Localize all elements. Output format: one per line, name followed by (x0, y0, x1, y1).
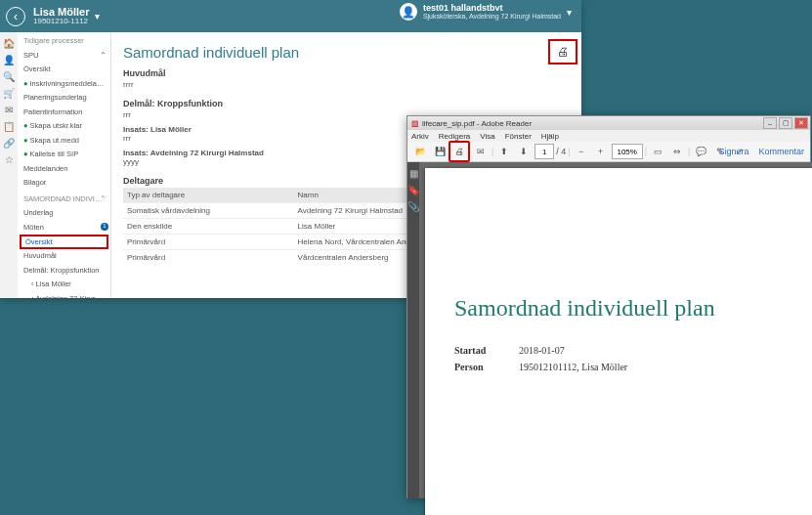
open-icon[interactable]: 📂 (411, 143, 429, 160)
sidebar-item[interactable]: ●Skapa utskr.klar (18, 119, 110, 134)
doc-title: Samordnad individuell plan (454, 295, 808, 322)
pdf-titlebar[interactable]: ▧ lifecare_sip.pdf - Adobe Reader – ▢ ✕ (407, 116, 810, 130)
attachments-icon[interactable]: 📎 (407, 201, 419, 212)
sidebar-item[interactable]: Bilagor (18, 176, 110, 191)
close-button[interactable]: ✕ (794, 117, 808, 129)
sidebar-processes[interactable]: Tidigare processer (18, 32, 110, 49)
home-icon[interactable]: 🏠 (3, 38, 15, 49)
page-down-icon[interactable]: ⬇ (515, 143, 533, 160)
topbar: ‹ Lisa Möller 19501210-1112 ▾ 👤 test01 h… (0, 0, 581, 32)
thumbnails-icon[interactable]: ▦ (409, 168, 418, 179)
page-title: Samordnad individuell plan (123, 44, 570, 61)
sidebar-item-selected[interactable]: Översikt (20, 235, 108, 249)
section-delmal: Delmål: Kroppsfunktion (123, 99, 570, 108)
th-type: Typ av deltagare (123, 188, 294, 203)
pdf-title: lifecare_sip.pdf - Adobe Reader (422, 119, 532, 128)
page-input[interactable] (534, 144, 554, 159)
sidebar-item[interactable]: ●Kallelse till SIP (18, 148, 110, 162)
doc-val-startad: 2018-01-07 (519, 345, 565, 356)
user-dropdown-icon[interactable]: ▾ (567, 7, 572, 18)
signera-link[interactable]: Signera (718, 147, 748, 156)
save-icon[interactable]: 💾 (431, 143, 449, 160)
sidebar-item[interactable]: Planeringsunderlag (18, 91, 110, 106)
sidebar-item[interactable]: Underlag (18, 206, 110, 221)
icon-rail: 🏠 👤 🔍 🛒 ✉ 📋 🔗 ☆ (0, 32, 18, 298)
pdf-app-icon: ▧ (411, 119, 419, 128)
fit-page-icon[interactable]: ▭ (649, 143, 666, 160)
back-button[interactable]: ‹ (6, 7, 25, 26)
page-total: / 4 (556, 147, 566, 156)
pdf-page: Samordnad individuell plan Startad2018-0… (425, 168, 812, 515)
zoom-out-icon[interactable]: − (573, 143, 590, 160)
kommentar-link[interactable]: Kommentar (758, 147, 804, 156)
section-huvudmal: Huvudmål (123, 68, 570, 78)
paste-icon[interactable]: 📋 (3, 121, 15, 132)
sidebar-item[interactable]: ●Inskrivningsmeddelande (18, 77, 110, 92)
sidebar-spu[interactable]: SPU⌃ (18, 49, 110, 64)
comment-icon[interactable]: 💬 (692, 143, 709, 160)
check-icon: ● (23, 121, 28, 130)
menu-hjalp[interactable]: Hjälp (541, 132, 559, 141)
print-button[interactable]: 🖨 (548, 39, 577, 64)
menu-arkiv[interactable]: Arkiv (411, 132, 429, 141)
mail-icon[interactable]: ✉ (5, 105, 13, 115)
doc-key-person: Person (454, 362, 519, 372)
patient-id: 19501210-1112 (33, 18, 89, 25)
pdf-reader-window: ▧ lifecare_sip.pdf - Adobe Reader – ▢ ✕ … (406, 115, 811, 498)
maximize-button[interactable]: ▢ (779, 117, 792, 129)
zoom-input[interactable] (612, 144, 643, 159)
patient-dropdown-icon[interactable]: ▾ (95, 11, 100, 21)
pdf-sidebar: ▦ 🔖 📎 (407, 162, 419, 498)
page-up-icon[interactable]: ⬆ (495, 143, 513, 160)
print-icon[interactable]: 🖨 (449, 141, 470, 162)
link-icon[interactable]: 🔗 (3, 138, 15, 149)
doc-val-person: 195012101112, Lisa Möller (519, 362, 627, 372)
sidebar-item[interactable]: Översikt (18, 63, 110, 77)
user-role: Sjuksköterska, Avdelning 72 Kirurgi Halm… (423, 13, 561, 20)
menu-fonster[interactable]: Fönster (505, 132, 532, 141)
fit-width-icon[interactable]: ⇔ (668, 143, 686, 160)
huvudmal-value: rrrr (123, 80, 570, 89)
sidebar-subitem[interactable]: ‹ Lisa Möller (18, 278, 110, 292)
sidebar-item[interactable]: ●Skapa ut.medd (18, 134, 110, 149)
avatar[interactable]: 👤 (400, 3, 417, 21)
user-name: test01 hallandstbvt (423, 4, 561, 13)
print-icon: 🖨 (557, 45, 569, 59)
menu-visa[interactable]: Visa (480, 132, 494, 141)
chevron-up-icon: ⌃ (100, 51, 107, 62)
sidebar-item[interactable]: Huvudmål (18, 249, 110, 264)
sidebar-item[interactable]: Delmål: Kroppsfunktion (18, 264, 110, 279)
pdf-stage[interactable]: Samordnad individuell plan Startad2018-0… (419, 162, 812, 498)
chevron-up-icon: ⌃ (100, 194, 107, 205)
cart-icon[interactable]: 🛒 (3, 88, 15, 99)
bookmarks-icon[interactable]: 🔖 (407, 185, 419, 195)
sidebar-subitem[interactable]: ‹ Avdelning 72 Kirurgi Halmstad (18, 292, 110, 299)
check-icon: ● (23, 136, 28, 145)
pdf-toolbar: 📂 💾 🖨 ✉ | ⬆ ⬇ / 4 | − + | ▭ ⇔ | 💬 ✎ ⤢ Si… (407, 142, 810, 162)
user-icon[interactable]: 👤 (3, 55, 15, 65)
check-icon: ● (23, 79, 28, 88)
search-icon[interactable]: 🔍 (3, 71, 15, 82)
doc-key-startad: Startad (454, 345, 519, 356)
badge: 1 (101, 223, 108, 231)
sidebar: Tidigare processer SPU⌃ Översikt ●Inskri… (18, 32, 111, 298)
check-icon: ● (23, 150, 28, 158)
mail-pdf-icon[interactable]: ✉ (472, 143, 490, 160)
sidebar-item[interactable]: Möten1 (18, 221, 110, 236)
minimize-button[interactable]: – (763, 117, 777, 129)
sidebar-group[interactable]: SAMORDNAD INDIVIDUELL PLAN⌃ (18, 191, 110, 207)
menu-redigera[interactable]: Redigera (439, 132, 470, 141)
zoom-in-icon[interactable]: + (592, 143, 610, 160)
sidebar-item[interactable]: Meddelanden (18, 162, 110, 177)
star-icon[interactable]: ☆ (5, 154, 14, 165)
sidebar-item[interactable]: Patientinformation (18, 106, 110, 120)
